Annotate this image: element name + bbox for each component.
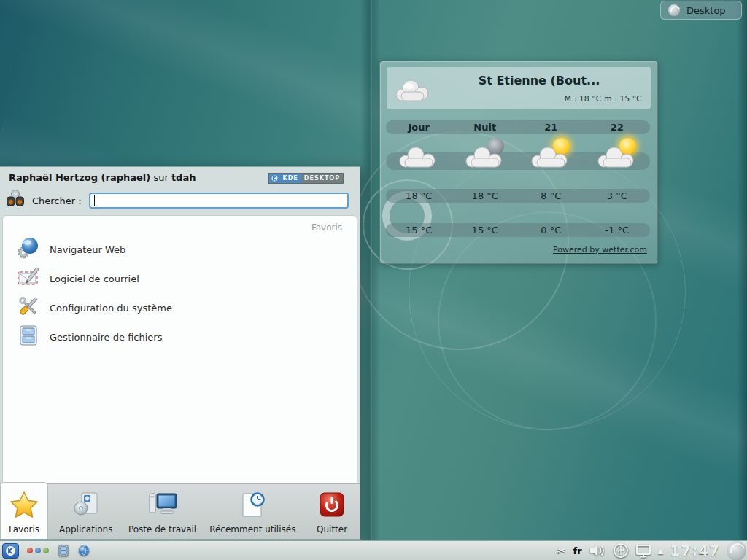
weather-icon-row (386, 137, 650, 171)
favorites-list: Navigateur Web (13, 235, 349, 351)
weather-cloud-icon (394, 76, 432, 105)
weather-credit-link[interactable]: Powered by wetter.com (553, 245, 647, 254)
applications-icon (71, 484, 101, 524)
system-tray: ✂ fr ▲ 17 (557, 541, 746, 560)
weather-high-temp: 18 °C (452, 189, 519, 203)
volume-icon[interactable] (589, 544, 606, 557)
badge-kde-label: KDE (280, 174, 301, 183)
kickoff-menu: Raphaël Hertzog (raphael) sur tdah KDE D… (0, 166, 360, 540)
tab-label: Poste de travail (128, 524, 196, 534)
panel-launchers (2, 541, 90, 560)
pager-dot-blue (35, 548, 41, 553)
digital-clock[interactable]: 17:47 (670, 542, 720, 559)
weather-high-temp: 18 °C (386, 189, 452, 203)
favorite-item-file-manager[interactable]: Gestionnaire de fichiers (13, 322, 349, 351)
file-manager-icon (16, 323, 41, 351)
kickoff-host-name: tdah (171, 172, 196, 183)
badge-desktop-label: DESKTOP (301, 174, 343, 183)
device-notifier-usb-icon[interactable] (613, 542, 629, 559)
weather-maxmin: M : 18 °C m : 15 °C (565, 94, 642, 104)
computer-icon (147, 484, 179, 524)
weather-location-title: St Etienne (Bout... (438, 74, 640, 88)
tab-label: Quitter (317, 524, 347, 534)
search-input[interactable] (89, 192, 349, 209)
weather-high-temp: 3 °C (584, 189, 651, 203)
favorite-item-label: Configuration du système (50, 303, 172, 314)
tray-expander-arrow-icon[interactable]: ▲ (658, 547, 664, 555)
weather-condition-icon (396, 138, 441, 171)
web-browser-icon (16, 236, 41, 263)
desktop-pager-dots[interactable] (27, 548, 49, 553)
weather-condition-icon (462, 138, 508, 171)
web-browser-launcher-icon[interactable] (78, 545, 90, 556)
bottom-panel: ✂ fr ▲ 17 (0, 540, 747, 560)
tab-recemment-utilises[interactable]: Récemment utilisés (201, 484, 304, 539)
weather-day-header: Jour (386, 120, 452, 134)
wallpaper-dark-stripe (360, 0, 379, 540)
kickoff-launcher-button[interactable] (2, 543, 19, 559)
desktop: Desktop St Etienne (Bout... M : 18 °C m … (0, 0, 747, 560)
tab-label: Récemment utilisés (209, 524, 295, 534)
kickoff-user-connector: sur (153, 172, 168, 183)
tab-label: Favoris (9, 524, 39, 534)
favorite-item-web-browser[interactable]: Navigateur Web (13, 235, 349, 264)
weather-low-temp-row: 15 °C 15 °C 0 °C -1 °C (386, 223, 650, 237)
plasma-cashew-icon (668, 4, 680, 16)
desktop-toolbox-button[interactable]: Desktop (660, 1, 742, 20)
weather-low-temp: 15 °C (386, 223, 452, 237)
pager-dot-red (27, 548, 33, 553)
kickoff-user-name: Raphaël Hertzog (raphael) (9, 172, 150, 183)
power-icon (318, 484, 346, 524)
kickoff-user-title: Raphaël Hertzog (raphael) sur tdah (9, 172, 196, 183)
tab-poste-de-travail[interactable]: Poste de travail (124, 484, 201, 539)
weather-low-temp: -1 °C (584, 223, 651, 237)
file-manager-launcher-icon[interactable] (57, 544, 70, 557)
kde-desktop-badge: KDE DESKTOP (268, 173, 344, 184)
favorite-item-label: Logiciel de courriel (50, 273, 139, 284)
recent-documents-icon (238, 484, 267, 524)
favorite-item-label: Navigateur Web (50, 244, 125, 255)
favorite-item-system-settings[interactable]: Configuration du système (13, 293, 349, 322)
pager-dot-green (43, 548, 49, 553)
search-binoculars-icon (4, 188, 26, 213)
weather-high-temp: 8 °C (518, 189, 584, 203)
weather-day-header: Nuit (452, 120, 519, 134)
keyboard-layout-indicator[interactable]: fr (573, 545, 582, 556)
tab-applications[interactable]: Applications (48, 484, 124, 539)
wallpaper-edge-shadow (737, 0, 747, 560)
weather-condition-icon (595, 138, 640, 171)
favorite-item-label: Gestionnaire de fichiers (50, 332, 162, 343)
weather-day-header: 22 (584, 120, 651, 134)
email-icon (16, 265, 41, 292)
weather-condition-icon (528, 138, 573, 171)
clipboard-scissors-icon[interactable]: ✂ (557, 544, 566, 558)
desktop-toolbox-label: Desktop (686, 5, 726, 16)
panel-cashew-icon[interactable] (727, 541, 746, 560)
weather-low-temp: 15 °C (452, 223, 519, 237)
weather-day-header: 21 (518, 120, 584, 134)
kickoff-tab-bar: Favoris Applications (0, 483, 360, 539)
weather-header: St Etienne (Bout... M : 18 °C m : 15 °C (387, 67, 651, 109)
weather-widget[interactable]: St Etienne (Bout... M : 18 °C m : 15 °C … (379, 61, 658, 264)
favorite-item-email[interactable]: Logiciel de courriel (13, 264, 349, 293)
kde-gear-icon (269, 174, 280, 183)
tab-favoris[interactable]: Favoris (0, 482, 48, 539)
kickoff-favorites-panel: Favoris (2, 215, 357, 486)
favorites-section-label: Favoris (311, 222, 342, 233)
display-monitor-icon[interactable] (635, 544, 651, 558)
text-caret (94, 195, 95, 206)
kickoff-search-row: Chercher : (4, 187, 360, 214)
tab-label: Applications (59, 524, 112, 534)
weather-day-header-row: Jour Nuit 21 22 (386, 120, 650, 134)
weather-low-temp: 0 °C (518, 223, 584, 237)
system-settings-icon (16, 294, 41, 322)
tab-quitter[interactable]: Quitter (304, 484, 360, 539)
weather-high-temp-row: 18 °C 18 °C 8 °C 3 °C (386, 189, 650, 203)
search-label: Chercher : (32, 195, 82, 206)
wallpaper-line (371, 0, 372, 540)
star-icon (9, 485, 39, 524)
